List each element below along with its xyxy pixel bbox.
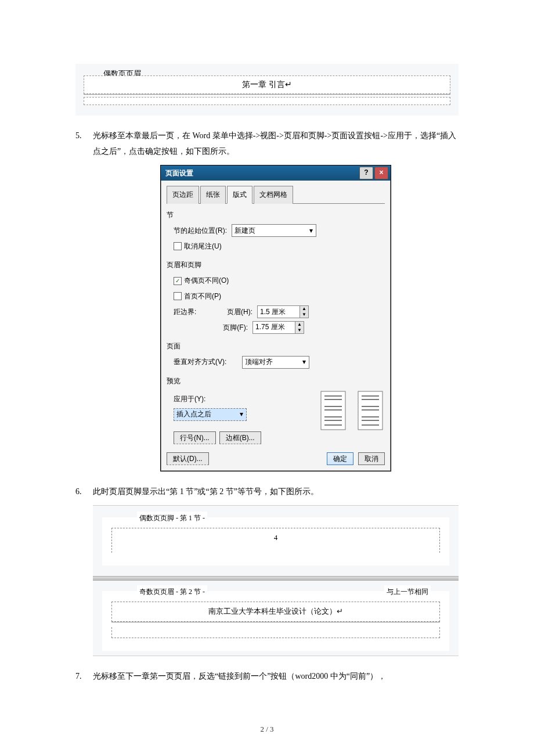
defaults-button[interactable]: 默认(D)... xyxy=(167,452,209,465)
cancel-button[interactable]: 取消 xyxy=(358,452,385,465)
section-1-footer: 偶数页页脚 - 第 1 节 - 4 xyxy=(102,517,449,566)
fig-tag-odd-header-sec2: 奇数页页眉 - 第 2 节 - xyxy=(137,585,207,599)
line-number-button[interactable]: 行号(N)... xyxy=(174,431,216,444)
page-preview-icon xyxy=(319,390,348,431)
tab-layout[interactable]: 版式 xyxy=(227,186,252,204)
group-page-title: 页面 xyxy=(167,340,385,353)
valign-label: 垂直对齐方式(V): xyxy=(174,355,237,369)
header-content: 第一章 引言↵ xyxy=(84,75,450,94)
figure-sections: 偶数页页脚 - 第 1 节 - 4 奇数页页眉 - 第 2 节 - 与上一节相同… xyxy=(93,505,459,656)
group-hf-title: 页眉和页脚 xyxy=(167,258,385,272)
edge-label: 距边界: xyxy=(174,305,213,319)
chevron-down-icon: ▾ xyxy=(237,408,246,421)
valign-combo[interactable]: 顶端对齐 ▾ xyxy=(242,356,309,369)
group-section-title: 节 xyxy=(167,208,385,222)
document-page: 偶数页页眉 第一章 引言↵ 5. 光标移至本章最后一页，在 Word 菜单中选择… xyxy=(0,0,534,756)
first-page-checkbox[interactable]: 首页不同(P) xyxy=(167,290,385,303)
odd-even-label: 奇偶页不同(O) xyxy=(184,274,229,287)
apply-to-value: 插入点之后 xyxy=(176,408,211,421)
page-preview-icon xyxy=(356,390,385,431)
section-start-label: 节的起始位置(R): xyxy=(174,224,227,237)
step-5-number: 5. xyxy=(75,128,82,144)
step-6: 6. 此时页眉页脚显示出“第 1 节”或“第 2 节”等节号，如下图所示。 偶数… xyxy=(75,484,459,656)
section-2-header: 奇数页页眉 - 第 2 节 - 与上一节相同 南京工业大学本科生毕业设计（论文）… xyxy=(102,591,449,651)
step-6-text: 此时页眉页脚显示出“第 1 节”或“第 2 节”等节号，如下图所示。 xyxy=(93,487,319,496)
titlebar-help-button[interactable]: ? xyxy=(359,167,373,179)
header-dist-input[interactable] xyxy=(258,306,300,318)
border-button[interactable]: 边框(B)... xyxy=(219,431,261,444)
spin-up-icon[interactable]: ▲ xyxy=(300,306,308,312)
footer-dist-label: 页脚(F): xyxy=(213,321,248,334)
header-empty xyxy=(111,627,440,638)
checkbox-empty-icon xyxy=(174,292,182,300)
header-dist-spinner[interactable]: ▲▼ xyxy=(257,305,309,318)
group-page: 页面 垂直对齐方式(V): 顶端对齐 ▾ xyxy=(167,340,385,369)
valign-value: 顶端对齐 xyxy=(245,355,273,369)
section-start-combo[interactable]: 新建页 ▾ xyxy=(232,224,316,237)
header-empty-row xyxy=(84,97,450,105)
step-7: 7. 光标移至下一章第一页页眉，反选“链接到前一个”按钮（word2000 中为… xyxy=(75,669,459,685)
page-setup-dialog: 页面设置 ? × 页边距 纸张 版式 文档网格 节 xyxy=(160,165,391,471)
preview-thumbnails xyxy=(319,390,385,431)
chevron-down-icon: ▾ xyxy=(306,224,316,237)
header-dist-label: 页眉(H): xyxy=(218,305,252,319)
tab-paper[interactable]: 纸张 xyxy=(200,186,226,204)
group-preview: 预览 应用于(Y): 插入点之后 ▾ xyxy=(167,375,385,447)
checkbox-checked-icon: ✓ xyxy=(174,277,182,285)
suppress-endnote-checkbox[interactable]: 取消尾注(U) xyxy=(167,240,385,253)
document-page-number: 2 / 3 xyxy=(75,725,459,734)
group-section: 节 节的起始位置(R): 新建页 ▾ 取消尾注(U) xyxy=(167,208,385,253)
footer-pageno: 4 xyxy=(111,528,440,553)
suppress-endnote-label: 取消尾注(U) xyxy=(184,240,222,253)
step-7-number: 7. xyxy=(75,669,82,685)
footer-dist-input[interactable] xyxy=(253,322,295,333)
dialog-titlebar: 页面设置 ? × xyxy=(161,165,391,181)
group-header-footer: 页眉和页脚 ✓ 奇偶页不同(O) 首页不同(P) 距边界: 页眉(H): xyxy=(167,258,385,334)
step-7-text: 光标移至下一章第一页页眉，反选“链接到前一个”按钮（word2000 中为“同前… xyxy=(93,672,386,681)
figure-header-even: 偶数页页眉 第一章 引言↵ xyxy=(75,64,459,116)
chevron-down-icon: ▾ xyxy=(300,355,309,369)
odd-even-checkbox[interactable]: ✓ 奇偶页不同(O) xyxy=(167,274,385,287)
fig-tag-even-footer-sec1: 偶数页页脚 - 第 1 节 - xyxy=(137,512,207,525)
group-preview-title: 预览 xyxy=(167,375,385,388)
section-start-value: 新建页 xyxy=(234,224,255,237)
dialog-tabs: 页边距 纸张 版式 文档网格 xyxy=(167,185,385,204)
first-page-label: 首页不同(P) xyxy=(184,290,221,303)
step-5: 5. 光标移至本章最后一页，在 Word 菜单中选择->视图->页眉和页脚->页… xyxy=(75,128,459,471)
apply-to-combo[interactable]: 插入点之后 ▾ xyxy=(174,408,247,421)
dialog-title: 页面设置 xyxy=(165,167,193,180)
step-6-number: 6. xyxy=(75,484,82,500)
ok-button[interactable]: 确定 xyxy=(327,452,353,465)
section-break-bar xyxy=(93,576,459,581)
step-5-text: 光标移至本章最后一页，在 Word 菜单中选择->视图->页眉和页脚->页面设置… xyxy=(93,131,456,156)
fig-tag-same-as-prev: 与上一节相同 xyxy=(384,585,431,599)
spin-down-icon[interactable]: ▼ xyxy=(300,312,308,318)
tab-margin[interactable]: 页边距 xyxy=(167,186,199,204)
odd-header-text: 南京工业大学本科生毕业设计（论文）↵ xyxy=(111,602,440,622)
titlebar-close-button[interactable]: × xyxy=(374,167,388,179)
footer-dist-spinner[interactable]: ▲▼ xyxy=(252,321,304,334)
spin-up-icon[interactable]: ▲ xyxy=(295,322,304,327)
tab-grid[interactable]: 文档网格 xyxy=(254,186,293,204)
page-number-4: 4 xyxy=(274,533,278,542)
apply-to-label: 应用于(Y): xyxy=(174,393,205,406)
checkbox-empty-icon xyxy=(174,242,182,250)
spin-down-icon[interactable]: ▼ xyxy=(295,327,304,333)
